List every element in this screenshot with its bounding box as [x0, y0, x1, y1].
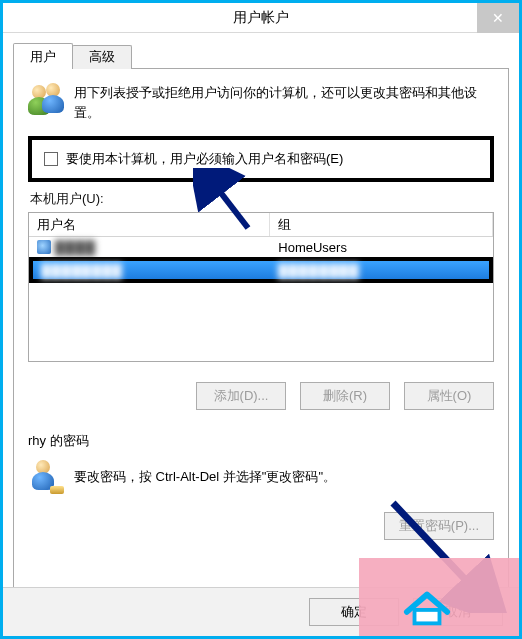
- local-users-label: 本机用户(U):: [30, 190, 494, 208]
- password-hint-text: 要改密码，按 Ctrl-Alt-Del 并选择"更改密码"。: [74, 468, 336, 486]
- add-button[interactable]: 添加(D)...: [196, 382, 286, 410]
- tabpanel-user: 用下列表授予或拒绝用户访问你的计算机，还可以更改其密码和其他设置。 要使用本计算…: [13, 68, 509, 588]
- group-masked: ████████: [278, 263, 360, 278]
- table-row[interactable]: ████ HomeUsers: [29, 237, 493, 257]
- properties-button[interactable]: 属性(O): [404, 382, 494, 410]
- svg-rect-4: [415, 610, 440, 623]
- dialog-content: 用户 高级 用下列表授予或拒绝用户访问你的计算机，还可以更改其密码和其他设置。 …: [3, 33, 519, 588]
- username-masked: ████: [55, 240, 96, 255]
- require-password-label: 要使用本计算机，用户必须输入用户名和密码(E): [66, 150, 343, 168]
- window-title: 用户帐户: [233, 9, 289, 27]
- username-masked: ████████: [41, 263, 123, 278]
- close-button[interactable]: ✕: [477, 3, 519, 33]
- tab-advanced[interactable]: 高级: [72, 45, 132, 69]
- user-list-header: 用户名 组: [29, 213, 493, 237]
- require-password-checkbox[interactable]: [44, 152, 58, 166]
- logo-icon: [403, 588, 451, 628]
- password-section: rhy 的密码 要改密码，按 Ctrl-Alt-Del 并选择"更改密码"。 重…: [28, 432, 494, 540]
- group-cell: HomeUsers: [270, 240, 493, 255]
- tab-user[interactable]: 用户: [13, 43, 73, 69]
- user-key-icon: [30, 460, 64, 494]
- user-icon: [37, 240, 51, 254]
- intro-text: 用下列表授予或拒绝用户访问你的计算机，还可以更改其密码和其他设置。: [74, 83, 494, 122]
- require-password-row: 要使用本计算机，用户必须输入用户名和密码(E): [28, 136, 494, 182]
- tab-user-label: 用户: [30, 49, 56, 64]
- password-section-label: rhy 的密码: [28, 432, 494, 450]
- user-list[interactable]: 用户名 组 ████ HomeUsers ████████ ███████: [28, 212, 494, 362]
- intro-row: 用下列表授予或拒绝用户访问你的计算机，还可以更改其密码和其他设置。: [28, 83, 494, 122]
- table-row-selected[interactable]: ████████ ████████: [29, 257, 493, 283]
- users-icon: [28, 83, 64, 119]
- close-icon: ✕: [492, 10, 504, 26]
- col-username[interactable]: 用户名: [29, 213, 270, 236]
- col-group[interactable]: 组: [270, 213, 493, 236]
- reset-password-button[interactable]: 重置密码(P)...: [384, 512, 494, 540]
- user-buttons-row: 添加(D)... 删除(R) 属性(O): [28, 382, 494, 410]
- tab-advanced-label: 高级: [89, 50, 115, 64]
- tabstrip: 用户 高级: [13, 41, 509, 69]
- titlebar: 用户帐户 ✕: [3, 3, 519, 33]
- delete-button[interactable]: 删除(R): [300, 382, 390, 410]
